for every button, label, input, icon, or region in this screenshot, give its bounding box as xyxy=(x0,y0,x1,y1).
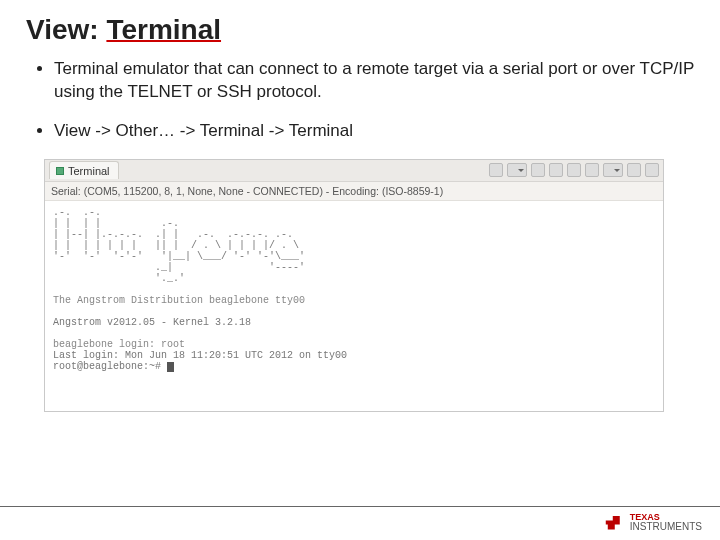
minimize-icon[interactable] xyxy=(627,163,641,177)
distro-line: The Angstrom Distribution beaglebone tty… xyxy=(53,295,305,306)
terminal-icon xyxy=(56,167,64,175)
terminal-output[interactable]: .-. .-. | | | | .-. | |--| |.-.-.-. .| |… xyxy=(45,201,663,411)
bullet-item: Terminal emulator that can connect to a … xyxy=(54,58,694,104)
terminal-tabbar: Terminal xyxy=(45,160,663,182)
connect-dropdown-icon[interactable] xyxy=(507,163,527,177)
connect-icon[interactable] xyxy=(489,163,503,177)
ti-logo-icon xyxy=(604,516,624,530)
terminal-tab[interactable]: Terminal xyxy=(49,161,119,179)
bullet-list: Terminal emulator that can connect to a … xyxy=(26,58,694,143)
ascii-art: .-. .-. | | | | .-. | |--| |.-.-.-. .| |… xyxy=(53,207,305,284)
slide-footer: TEXAS INSTRUMENTS xyxy=(0,506,720,532)
brand-bottom: INSTRUMENTS xyxy=(630,521,702,532)
slide-title: View: Terminal xyxy=(26,14,694,46)
last-login: Last login: Mon Jun 18 11:20:51 UTC 2012… xyxy=(53,350,347,361)
maximize-icon[interactable] xyxy=(645,163,659,177)
title-prefix: View: xyxy=(26,14,106,45)
cursor-icon xyxy=(167,362,174,372)
connection-status: Serial: (COM5, 115200, 8, 1, None, None … xyxy=(45,182,663,201)
settings-icon[interactable] xyxy=(549,163,563,177)
bullet-item: View -> Other… -> Terminal -> Terminal xyxy=(54,120,694,143)
title-keyword: Terminal xyxy=(106,14,221,45)
ti-brand: TEXAS INSTRUMENTS xyxy=(630,513,702,532)
terminal-view: Terminal Serial: (COM5, 115200, 8, 1, No… xyxy=(44,159,664,412)
menu-dropdown-icon[interactable] xyxy=(603,163,623,177)
disconnect-icon[interactable] xyxy=(531,163,545,177)
scroll-lock-icon[interactable] xyxy=(585,163,599,177)
shell-prompt: root@beaglebone:~# xyxy=(53,361,167,372)
terminal-tab-label: Terminal xyxy=(68,165,110,177)
kernel-line: Angstrom v2012.05 - Kernel 3.2.18 xyxy=(53,317,251,328)
login-prompt: beaglebone login: root xyxy=(53,339,185,350)
toggle-icon[interactable] xyxy=(567,163,581,177)
